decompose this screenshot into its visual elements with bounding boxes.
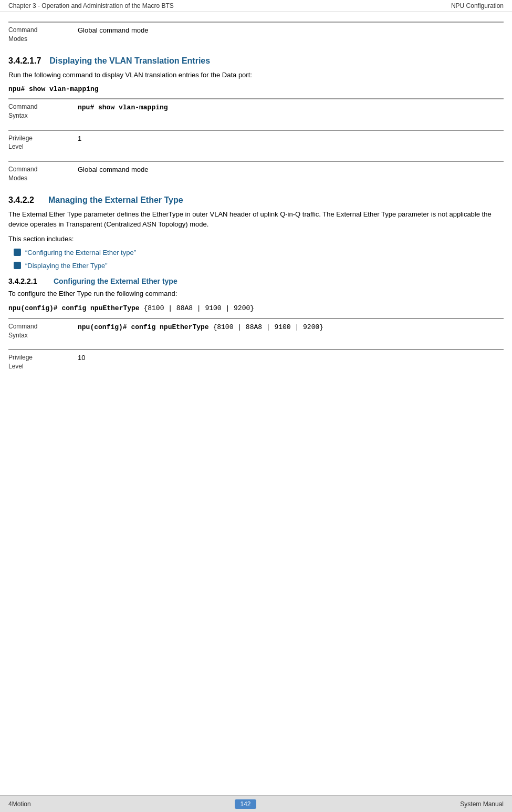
section-heading-3421: 3.4.2.2.1 Configuring the External Ether… bbox=[8, 277, 504, 285]
row-command-syntax-bottom: CommandSyntax npu(config)# config npuEth… bbox=[8, 318, 504, 345]
label-privilege-level-mid: PrivilegeLevel bbox=[8, 134, 78, 152]
section-title-342: Managing the External Ether Type bbox=[48, 196, 183, 205]
section-body-3427: Run the following command to display VLA… bbox=[8, 70, 504, 94]
value-command-modes-mid: Global command mode bbox=[78, 165, 504, 183]
section-body-342: The External Ether Type parameter define… bbox=[8, 209, 504, 271]
page-header: Chapter 3 - Operation and Administration… bbox=[0, 0, 512, 12]
section-heading-3427: 3.4.2.1.7 Displaying the VLAN Translatio… bbox=[8, 56, 504, 66]
code-options-3421: {8100 | 88A8 | 9100 | 9200} bbox=[140, 304, 254, 312]
bullet-item-0: “Configuring the External Ether type” bbox=[14, 248, 504, 258]
footer-left: 4Motion bbox=[8, 800, 31, 808]
code-options-bottom: {8100 | 88A8 | 9100 | 9200} bbox=[209, 323, 323, 331]
value-privilege-level-bottom: 10 bbox=[78, 353, 504, 371]
bullet-icon-0 bbox=[14, 249, 21, 256]
bullet-link-1[interactable]: “Displaying the Ether Type” bbox=[25, 261, 108, 271]
row-privilege-level-bottom: PrivilegeLevel 10 bbox=[8, 349, 504, 376]
label-command-syntax-mid: CommandSyntax bbox=[8, 102, 78, 120]
code-block-3427: npu# show vlan-mapping bbox=[8, 85, 504, 93]
bullet-icon-1 bbox=[14, 262, 21, 269]
section-num-3421: 3.4.2.2.1 bbox=[8, 277, 45, 285]
row-command-syntax-mid: CommandSyntax npu# show vlan-mapping bbox=[8, 98, 504, 126]
value-command-modes-top: Global command mode bbox=[78, 26, 504, 44]
body2-342: This section includes: bbox=[8, 234, 504, 244]
header-left: Chapter 3 - Operation and Administration… bbox=[8, 2, 174, 9]
header-right: NPU Configuration bbox=[451, 2, 504, 9]
row-privilege-level-mid: PrivilegeLevel 1 bbox=[8, 130, 504, 157]
section-body-3421: To configure the Ether Type run the foll… bbox=[8, 289, 504, 314]
section-num-342: 3.4.2.2 bbox=[8, 196, 40, 205]
value-command-syntax-mid: npu# show vlan-mapping bbox=[78, 102, 504, 120]
row-command-modes-top: CommandModes Global command mode bbox=[8, 22, 504, 49]
label-privilege-level-bottom: PrivilegeLevel bbox=[8, 353, 78, 371]
section-num-3427: 3.4.2.1.7 bbox=[8, 56, 41, 66]
code-strong-3421: npu(config)# config npuEtherType bbox=[8, 304, 140, 312]
main-content: CommandModes Global command mode 3.4.2.1… bbox=[0, 12, 512, 407]
footer-page-number: 142 bbox=[235, 799, 256, 809]
body-3421: To configure the Ether Type run the foll… bbox=[8, 289, 504, 299]
row-command-modes-mid: CommandModes Global command mode bbox=[8, 161, 504, 188]
bullet-list-342: “Configuring the External Ether type” “D… bbox=[14, 248, 504, 270]
code-display-3421: npu(config)# config npuEtherType {8100 |… bbox=[8, 303, 504, 314]
section-heading-342: 3.4.2.2 Managing the External Ether Type bbox=[8, 196, 504, 205]
bullet-item-1: “Displaying the Ether Type” bbox=[14, 261, 504, 271]
label-command-syntax-bottom: CommandSyntax bbox=[8, 322, 78, 340]
label-command-modes-mid: CommandModes bbox=[8, 165, 78, 183]
intro-text-3427: Run the following command to display VLA… bbox=[8, 70, 504, 80]
section-title-3421: Configuring the External Ether type bbox=[54, 277, 177, 285]
section-title-3427: Displaying the VLAN Translation Entries bbox=[49, 56, 210, 66]
value-privilege-level-mid: 1 bbox=[78, 134, 504, 152]
page-footer: 4Motion 142 System Manual bbox=[0, 795, 512, 812]
label-command-modes-top: CommandModes bbox=[8, 26, 78, 44]
value-command-syntax-bottom: npu(config)# config npuEtherType {8100 |… bbox=[78, 322, 504, 340]
bullet-link-0[interactable]: “Configuring the External Ether type” bbox=[25, 248, 136, 258]
footer-right: System Manual bbox=[460, 800, 504, 808]
body1-342: The External Ether Type parameter define… bbox=[8, 209, 504, 230]
code-strong-bottom: npu(config)# config npuEtherType bbox=[78, 323, 209, 331]
